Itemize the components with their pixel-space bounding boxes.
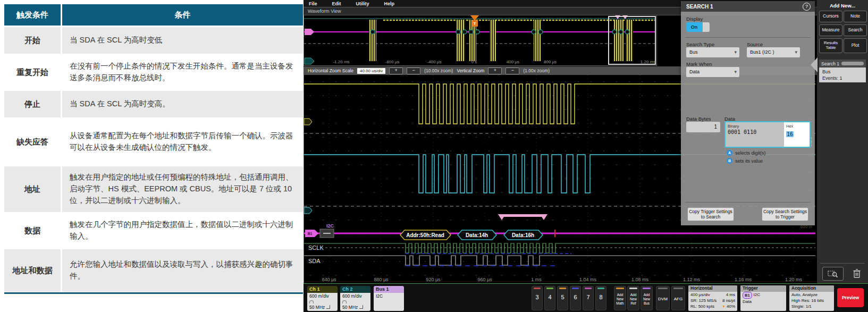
copy-trigger-to-search-button[interactable]: Copy Trigger Settings to Search xyxy=(687,207,734,221)
row-desc: 在没有前一个停止条件的情况下发生开始条件。通常是当主设备发送多条消息而不释放总线… xyxy=(62,55,303,89)
h-zoom-plus-button[interactable]: + xyxy=(389,68,403,74)
help-icon[interactable]: ? xyxy=(803,3,811,11)
row-label: 数据 xyxy=(4,214,61,248)
copy-search-to-trigger-button[interactable]: Copy Search Settings to Trigger xyxy=(762,207,808,221)
zoom-search-button[interactable] xyxy=(822,267,844,281)
trigger-settings-panel[interactable]: Trigger B1I2C Data xyxy=(740,285,786,311)
row-desc: 允许您输入地址和数据值以及读取与写入，以捕获感兴趣的确切事件。 xyxy=(62,249,303,292)
settings-bar: Ch 1 600 m/div 50 MHz Ch 2 600 m/div 50 … xyxy=(304,283,868,312)
svg-text:400 µs: 400 µs xyxy=(507,60,519,64)
data-value-box[interactable]: Binary 0001 0110 Hex 16 xyxy=(724,121,811,148)
cursors-button[interactable]: Cursors xyxy=(819,11,842,22)
ch8-button[interactable]: 8 xyxy=(595,286,606,310)
h-zoom-scale-value[interactable]: 40.00 us/div xyxy=(357,68,385,74)
trigger-mode: Data xyxy=(743,299,752,305)
hex-value[interactable]: 16 xyxy=(786,131,794,137)
row-label: 重复开始 xyxy=(4,55,61,89)
tab-waveform-view[interactable]: Waveform View xyxy=(304,9,341,14)
add-new-bus-button[interactable]: Add New Bus xyxy=(641,286,653,310)
burst xyxy=(626,20,633,61)
ch1-badge-title: Ch 1 xyxy=(307,286,338,293)
search1-toggle-pill[interactable] xyxy=(841,62,864,65)
h-zoom-scale-label: Horizontal Zoom Scale xyxy=(308,68,353,73)
source-dropdown[interactable]: Bus1 (I2C ) xyxy=(747,47,800,57)
v-zoom-plus-button[interactable]: + xyxy=(488,68,502,74)
search-type-dropdown[interactable]: Bus xyxy=(686,47,739,57)
binary-section[interactable]: Binary 0001 0110 xyxy=(726,122,784,147)
ch2-marker[interactable] xyxy=(304,207,312,214)
svg-text:1.16 ms: 1.16 ms xyxy=(735,277,752,282)
search-panel-title: SEARCH 1 xyxy=(681,4,803,10)
ch1-scale: 600 m/div xyxy=(309,293,335,299)
row-label: 停止 xyxy=(4,91,61,117)
ch2-badge-body: 600 m/div 50 MHz xyxy=(340,293,370,311)
decode-data1-box: Data:14h xyxy=(458,230,496,240)
svg-text:Addr:50h:Read: Addr:50h:Read xyxy=(406,232,444,238)
acquisition-settings-panel[interactable]: Acquisition Auto, Analyze High Res: 16 b… xyxy=(789,285,834,311)
ch5-button[interactable]: 5 xyxy=(557,286,568,310)
bus1-badge-title: Bus 1 xyxy=(374,286,404,293)
display-label: Display xyxy=(686,16,703,22)
display-toggle[interactable]: On xyxy=(686,22,710,32)
afg-button[interactable]: AFG xyxy=(671,286,685,310)
measure-button[interactable]: Measure xyxy=(819,24,842,36)
knob-b-icon: B xyxy=(727,158,732,164)
svg-text:920 µs: 920 µs xyxy=(426,277,441,282)
data-bytes-field[interactable]: 1 xyxy=(686,122,720,132)
note-button[interactable]: Note xyxy=(844,11,867,22)
horizontal-settings-panel[interactable]: Horizontal 400 µs/div4 ms SR: 125 MS/s8 … xyxy=(688,285,737,311)
ch6-button[interactable]: 6 xyxy=(570,286,581,310)
mark-when-dropdown[interactable]: Data xyxy=(686,67,739,77)
svg-text:-1.20 ms: -1.20 ms xyxy=(333,60,349,64)
trigger-title: Trigger xyxy=(740,285,786,292)
bus1-type: I2C xyxy=(376,293,402,299)
math-color-stripe xyxy=(616,288,624,289)
menu-edit[interactable]: Edit xyxy=(332,1,341,6)
ch5-color-stripe xyxy=(559,288,566,289)
panel-drag-handle[interactable]: ⋮⋮ xyxy=(808,138,814,146)
acquisition-title: Acquisition xyxy=(789,285,834,292)
probe-icon xyxy=(309,300,314,303)
ch1-marker[interactable] xyxy=(304,119,312,125)
bus-b1-label: B1 xyxy=(308,232,313,235)
divider xyxy=(685,202,811,203)
menu-file[interactable]: File xyxy=(309,1,317,6)
delete-button[interactable] xyxy=(850,267,864,280)
add-new-math-button[interactable]: Add New Math xyxy=(614,286,626,310)
acq-mode: Auto, Analyze xyxy=(791,292,818,298)
binary-value[interactable]: 0001 0110 xyxy=(728,129,782,135)
ch4-button[interactable]: 4 xyxy=(544,286,555,310)
hex-section[interactable]: Hex 16 xyxy=(784,122,810,147)
svg-text:960 µs: 960 µs xyxy=(477,277,492,282)
search-panel-header[interactable]: SEARCH 1 ? xyxy=(681,1,815,12)
ch1-badge[interactable]: Ch 1 600 m/div 50 MHz xyxy=(307,286,338,311)
screenshot-root: 触发条件 条件 开始 当 SDA 在 SCL 为高时变低 重复开始 在没有前一个… xyxy=(0,0,868,312)
h-position: 40% xyxy=(727,304,735,309)
ch2-badge[interactable]: Ch 2 600 m/div 50 MHz xyxy=(340,286,370,311)
preview-button[interactable]: Preview xyxy=(837,288,864,307)
search1-badge[interactable]: Search 1 Bus Events: 1 xyxy=(819,60,866,82)
menu-utility[interactable]: Utility xyxy=(356,1,369,6)
ch7-button[interactable]: 7 xyxy=(583,286,594,310)
search-button[interactable]: Search xyxy=(844,24,867,36)
results-table-button[interactable]: Results Table xyxy=(819,38,842,53)
knob-a-icon: A xyxy=(727,150,732,156)
plot-button[interactable]: Plot xyxy=(844,38,867,53)
v-zoom-minus-button[interactable]: − xyxy=(505,68,519,74)
h-zoom-minus-button[interactable]: − xyxy=(407,68,420,74)
divider xyxy=(685,37,811,38)
burst xyxy=(369,20,376,61)
burst xyxy=(614,20,623,61)
bus1-badge[interactable]: Bus 1 I2C xyxy=(374,286,404,311)
binary-label: Binary xyxy=(728,124,782,129)
menu-help[interactable]: Help xyxy=(384,1,395,6)
acq-single: Single: 1/1 xyxy=(791,303,812,309)
ch2-badge-title: Ch 2 xyxy=(340,286,370,293)
add-new-ref-button[interactable]: Add New Ref xyxy=(627,286,639,310)
dvm-button[interactable]: DVM xyxy=(656,286,670,310)
search1-badge-header[interactable]: Search 1 xyxy=(819,60,866,68)
ch3-button[interactable]: 3 xyxy=(532,286,543,310)
search1-badge-body[interactable]: Bus Events: 1 xyxy=(819,68,866,82)
table-row: 缺失应答 从设备通常配置为在每个地址和数据字节后传输一个确认。示波器可以在从设备… xyxy=(4,119,303,165)
source-label: Source xyxy=(747,41,763,47)
